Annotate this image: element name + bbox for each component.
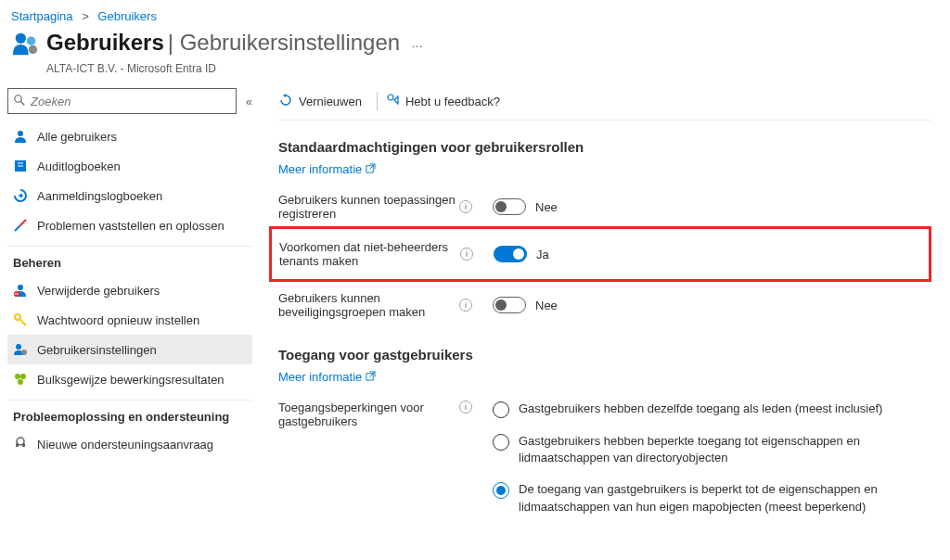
section-default-permissions: Standaardmachtigingen voor gebruikersrol… [278, 139, 931, 325]
toolbar-separator [377, 92, 378, 110]
svg-point-18 [21, 350, 27, 355]
person-icon [13, 129, 28, 144]
more-info-link[interactable]: Meer informatie [278, 162, 376, 176]
section-guest-access: Toegang voor gastgebruikers Meer informa… [278, 347, 931, 521]
svg-rect-23 [16, 443, 19, 447]
refresh-icon [278, 93, 293, 110]
book-icon [13, 159, 28, 173]
sidebar-item-bulk-results[interactable]: Bulksgewijze bewerkingsresultaten [7, 364, 252, 394]
svg-point-1 [27, 36, 35, 45]
highlight-box: Voorkomen dat niet-beheerders tenants ma… [269, 226, 931, 282]
sidebar-item-label: Verwijderde gebruikers [37, 284, 160, 298]
toggle-register-apps[interactable] [493, 198, 526, 215]
page-header: Gebruikers | Gebruikersinstellingen … [0, 29, 950, 62]
search-input[interactable] [7, 88, 237, 114]
sidebar-item-audit-logs[interactable]: Auditlogboeken [7, 151, 252, 181]
external-link-icon [366, 162, 376, 176]
section-title: Toegang voor gastgebruikers [278, 347, 931, 363]
toggle-security-groups[interactable] [493, 297, 526, 313]
info-icon[interactable]: i [459, 401, 472, 414]
setting-security-groups: Gebruikers kunnen beveiligingsgroepen ma… [278, 286, 931, 325]
toolbar: Vernieuwen Hebt u feedback? [278, 84, 931, 121]
sidebar-item-label: Auditlogboeken [37, 159, 121, 173]
svg-point-4 [15, 95, 22, 102]
more-info-link[interactable]: Meer informatie [278, 370, 376, 384]
radio-option-inclusive[interactable]: Gastgebruikers hebben dezelfde toegang a… [493, 401, 931, 418]
sidebar-item-label: Problemen vaststellen en oplossen [37, 219, 225, 233]
radio-option-limited[interactable]: Gastgebruikers hebben beperkte toegang t… [493, 433, 931, 466]
feedback-icon [385, 93, 400, 110]
sidebar-item-deleted-users[interactable]: Verwijderde gebruikers [7, 275, 252, 305]
info-icon[interactable]: i [459, 299, 472, 312]
sidebar-item-label: Gebruikersinstellingen [37, 343, 157, 357]
sidebar-item-new-support[interactable]: Nieuwe ondersteuningsaanvraag [7, 429, 252, 459]
svg-point-21 [18, 379, 23, 385]
info-icon[interactable]: i [459, 200, 472, 213]
org-label: ALTA-ICT B.V. - Microsoft Entra ID [0, 62, 950, 75]
external-link-icon [366, 370, 376, 384]
svg-point-12 [18, 285, 23, 290]
svg-rect-3 [31, 48, 36, 52]
feedback-button[interactable]: Hebt u feedback? [385, 93, 500, 110]
sidebar-item-label: Bulksgewijze bewerkingsresultaten [37, 373, 225, 387]
toggle-prevent-tenants[interactable] [494, 246, 527, 262]
collapse-sidebar-button[interactable]: « [246, 95, 252, 108]
tools-icon [13, 218, 28, 233]
svg-line-16 [19, 319, 26, 325]
more-icon[interactable]: … [411, 36, 425, 50]
users-icon [11, 29, 39, 57]
svg-line-11 [20, 220, 26, 225]
breadcrumb-separator: > [82, 9, 89, 23]
sidebar-item-label: Nieuwe ondersteuningsaanvraag [37, 438, 213, 452]
setting-prevent-tenants: Voorkomen dat niet-beheerders tenants ma… [279, 235, 929, 274]
sidebar-item-user-settings[interactable]: Gebruikersinstellingen [7, 335, 252, 364]
svg-point-17 [16, 344, 21, 350]
bulk-icon [13, 372, 28, 387]
search-icon [14, 95, 25, 108]
support-icon [13, 437, 28, 452]
section-title: Standaardmachtigingen voor gebruikersrol… [278, 139, 931, 155]
svg-rect-24 [22, 443, 25, 447]
main-content: Vernieuwen Hebt u feedback? Standaardmac… [260, 84, 950, 560]
sidebar-item-all-users[interactable]: Alle gebruikers [7, 121, 252, 151]
breadcrumb-users[interactable]: Gebruikers [97, 9, 157, 23]
breadcrumb-home[interactable]: Startpagina [11, 9, 73, 23]
sidebar-section-support: Probleemoplossing en ondersteuning [7, 400, 252, 429]
user-settings-icon [13, 342, 28, 357]
sidebar-item-label: Alle gebruikers [37, 130, 117, 144]
info-icon[interactable]: i [460, 248, 473, 261]
key-icon [13, 312, 28, 327]
page-title: Gebruikers [46, 30, 164, 56]
svg-point-25 [388, 95, 393, 100]
svg-line-5 [21, 101, 25, 105]
svg-point-19 [15, 374, 20, 379]
sidebar-item-signin-logs[interactable]: Aanmeldingslogboeken [7, 181, 252, 210]
svg-point-0 [16, 33, 26, 44]
sidebar-section-manage: Beheren [7, 246, 252, 275]
refresh-button[interactable]: Vernieuwen [278, 93, 362, 110]
setting-guest-restrictions: Toegangsbeperkingen voor gastgebruikers … [278, 395, 931, 521]
radio-option-restrictive[interactable]: De toegang van gastgebruikers is beperkt… [493, 481, 931, 515]
svg-point-6 [18, 131, 23, 136]
sidebar-item-label: Wachtwoord opnieuw instellen [37, 313, 199, 327]
sidebar-item-label: Aanmeldingslogboeken [37, 189, 162, 203]
deleted-user-icon [13, 283, 28, 298]
svg-line-10 [15, 225, 20, 231]
svg-point-20 [20, 374, 26, 379]
sidebar-item-diagnose[interactable]: Problemen vaststellen en oplossen [7, 210, 252, 240]
page-subtitle: | Gebruikersinstellingen [168, 30, 400, 56]
breadcrumb: Startpagina > Gebruikers [0, 0, 950, 29]
sidebar-item-password-reset[interactable]: Wachtwoord opnieuw instellen [7, 305, 252, 335]
signin-icon [13, 188, 28, 203]
setting-register-apps: Gebruikers kunnen toepassingen registrer… [278, 187, 931, 226]
sidebar: « Alle gebruikers Auditlogboeken Aanmeld… [0, 84, 260, 560]
